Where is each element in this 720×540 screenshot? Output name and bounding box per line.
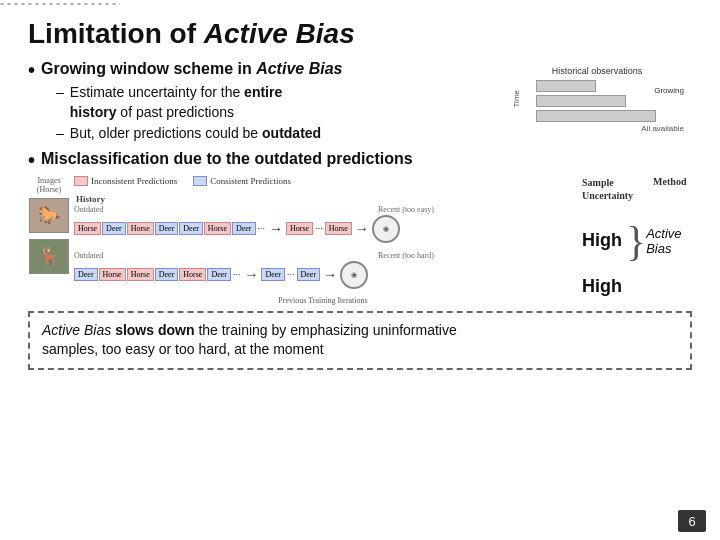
r2h6: Deer [207,268,231,281]
bullet1-dot: • [28,60,35,80]
arrow-row1b: → [355,221,369,237]
arrow-row2b: → [323,267,337,283]
deer-image: 🦌 [29,239,69,274]
sub-bullet-1-text: Estimate uncertainty for the entire hist… [70,83,282,122]
slide: Limitation of Active Bias • Growing wind… [0,0,720,540]
r2h3: Horse [127,268,154,281]
arrow-row1: → [269,221,283,237]
sample-uncertainty-col: SampleUncertainty Method High } Active B… [582,176,692,305]
bullet1-text: Growing window scheme in Active Bias [41,60,342,78]
uncertainty-method-header: SampleUncertainty Method [582,176,692,202]
legend-consistent-label: Consistent Predictions [210,176,291,186]
bullet1-subbullets: – Estimate uncertainty for the entire hi… [56,83,492,144]
r1r-dots: ··· [315,223,323,234]
high1-row: High } Active Bias [582,220,692,262]
outdated-label-r2: Outdated [74,251,103,260]
r1r1: Horse [286,222,313,235]
sample-circle-2: ◉ [340,261,368,289]
outdated-recent-labels-row1: Outdated Recent (too easy) [74,205,434,214]
bar-3 [536,110,656,122]
legend-inconsistent: Inconsistent Predictions [74,176,177,186]
brace-symbol: } [626,220,646,262]
bullet1-main: • Growing window scheme in Active Bias [28,60,492,80]
animal-images-col: Images(Horse) 🐎 🦌 [28,176,70,305]
slide-title: Limitation of Active Bias [28,18,692,50]
sub-bullet-2: – But, older predictions could be outdat… [56,124,492,144]
r1h4: Deer [155,222,179,235]
prediction-diagram: Inconsistent Predictions Consistent Pred… [74,176,572,305]
bottom-italic: Active Bias [42,322,111,338]
method-label: Method [653,176,686,202]
r2h2: Horse [99,268,126,281]
horse-image: 🐎 [29,198,69,233]
r2h1: Deer [74,268,98,281]
bar-2 [536,95,626,107]
row2-recent-boxes: Deer ··· Deer [261,268,320,281]
time-label: Time [512,90,521,107]
arrow-row2: → [244,267,258,283]
active-bias-label: Active Bias [646,226,692,256]
row2-section: Outdated Recent (too hard) Deer Horse Ho… [74,251,572,289]
hist-diagram: Historical observations Time Growing All… [502,60,692,139]
legend-pink-box [74,176,88,186]
bullet1-section: • Growing window scheme in Active Bias –… [28,60,692,146]
legend-inconsistent-label: Inconsistent Predictions [91,176,177,186]
hist-top-label: Historical observations [510,66,684,76]
high1-text: High [582,230,622,251]
row1-boxes-area: Horse Deer Horse Deer Deer Horse Deer ··… [74,215,572,243]
all-avail-label: All available [510,124,684,133]
bar-1 [536,80,596,92]
r1h1: Horse [74,222,101,235]
legend-blue-box [193,176,207,186]
outdated-recent-labels-row2: Outdated Recent (too hard) [74,251,434,260]
page-number: 6 [678,510,706,532]
sub-bullet-1: – Estimate uncertainty for the entire hi… [56,83,492,122]
prev-training-label: Previous Training Iterations [74,296,572,305]
bullet2-section: • Misclassification due to the outdated … [28,150,692,170]
r1h5: Deer [179,222,203,235]
row2-boxes-area: Deer Horse Horse Deer Horse Deer ··· → D… [74,261,572,289]
outdated-label-r1: Outdated [74,205,103,214]
recent-hard-label: Recent (too hard) [378,251,434,260]
growing-label: Growing [654,86,684,95]
r2h5: Horse [179,268,206,281]
r1h2: Deer [102,222,126,235]
r1h6: Horse [204,222,231,235]
legend-consistent: Consistent Predictions [193,176,291,186]
r2r-dots: ··· [287,269,295,280]
sample-circle-1: ◉ [372,215,400,243]
bottom-bold: slows down [115,322,194,338]
bullet2-text: Misclassification due to the outdated pr… [41,150,413,168]
main-diagram: Images(Horse) 🐎 🦌 Inconsistent Predictio… [28,176,692,305]
bullet2-dot: • [28,150,35,170]
r1h3: Horse [127,222,154,235]
bottom-box: Active Bias slows down the training by e… [28,311,692,370]
high2-text: High [582,276,622,297]
r1r2: Horse [325,222,352,235]
brace-active-bias: } Active Bias [626,220,692,262]
row2-history-boxes: Deer Horse Horse Deer Horse Deer ··· [74,268,241,281]
r1h-dots: ··· [258,223,266,234]
r2r2: Deer [297,268,321,281]
sub-bullet-2-text: But, older predictions could be outdated [70,124,321,144]
row1-recent-boxes: Horse ··· Horse [286,222,352,235]
r2r1: Deer [261,268,285,281]
section-labels-row1: History [76,194,572,204]
r2h4: Deer [155,268,179,281]
bullet2-main: • Misclassification due to the outdated … [28,150,692,170]
row1-history-boxes: Horse Deer Horse Deer Deer Horse Deer ··… [74,222,266,235]
r2h-dots: ··· [233,269,241,280]
r1h7: Deer [232,222,256,235]
decorative-dots [0,0,120,8]
row1-section: History Outdated Recent (too easy) Horse… [74,194,572,243]
sample-uncertainty-label: SampleUncertainty [582,176,633,202]
recent-easy-label: Recent (too easy) [378,205,434,214]
images-label: Images(Horse) [37,176,61,194]
legend-row: Inconsistent Predictions Consistent Pred… [74,176,572,186]
high2-row: High [582,276,692,297]
history-label: History [76,194,105,204]
